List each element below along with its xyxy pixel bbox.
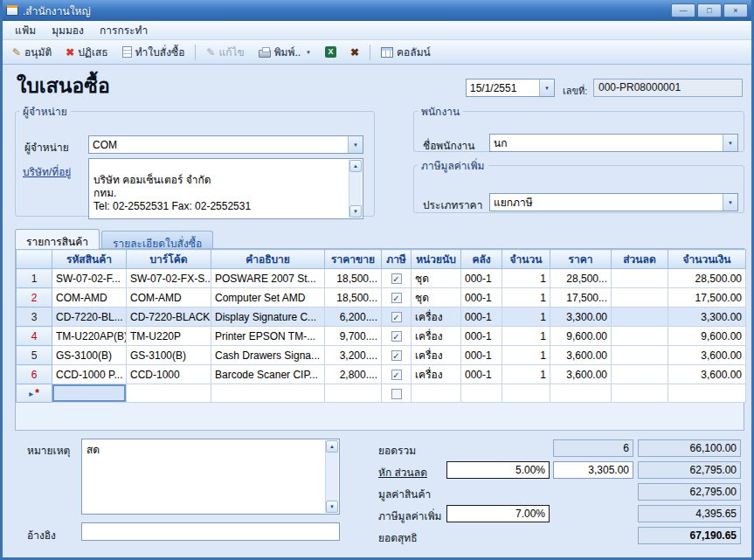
grid-cell[interactable] [412, 384, 461, 403]
table-row[interactable]: 2COM-AMDCOM-AMDComputer Set AMD18,500...… [17, 288, 746, 308]
table-row[interactable]: 5GS-3100(B)GS-3100(B)Cash Drawers Signa.… [17, 346, 746, 365]
grid-cell[interactable]: CCD-1000 [127, 365, 211, 384]
grid-cell[interactable]: ชุด [412, 269, 461, 288]
grid-cell[interactable]: GS-3100(B) [127, 346, 211, 365]
grid-cell[interactable] [612, 365, 668, 384]
grid-cell[interactable]: COM-AMD [52, 288, 127, 308]
table-row[interactable]: 6CCD-1000 P...CCD-1000Barcode Scaner CIP… [17, 365, 746, 384]
column-header[interactable]: ภาษี [382, 250, 412, 269]
grid-cell[interactable] [211, 384, 325, 403]
row-number[interactable]: 5 [17, 346, 52, 365]
grid-cell[interactable] [325, 384, 382, 403]
row-number[interactable]: 3 [17, 308, 52, 327]
grid-cell[interactable]: Display Signature C... [211, 308, 325, 327]
menu-file[interactable]: แฟ้ม [8, 20, 43, 40]
discount-link[interactable]: หัก ส่วนลด [378, 464, 427, 480]
new-row[interactable]: ▸* [17, 384, 746, 403]
columns-button[interactable]: คอลัมน์ [375, 40, 437, 64]
grid-cell[interactable] [612, 346, 668, 365]
grid-cell[interactable]: 18,500... [325, 288, 382, 308]
grid-cell[interactable] [612, 269, 668, 288]
grid-cell[interactable]: 3,600.00 [550, 346, 612, 365]
grid-cell[interactable]: 3,300.00 [550, 308, 612, 327]
grid-cell[interactable]: 3,600.00 [668, 346, 746, 365]
grid-cell[interactable]: ✓ [382, 365, 412, 384]
grid-cell[interactable]: GS-3100(B) [52, 346, 127, 365]
grid-cell[interactable]: CD-7220-BLACK [127, 308, 211, 327]
grid-cell[interactable]: เครื่อง [412, 327, 461, 346]
date-picker[interactable]: 15/1/2551 ▼ [466, 79, 555, 97]
grid-cell[interactable]: 9,600.00 [550, 327, 612, 346]
make-po-button[interactable]: ทำใบสั่งซื้อ [116, 40, 191, 64]
grid-cell[interactable] [612, 384, 668, 403]
company-address-link[interactable]: บริษัท/ที่อยู่ [23, 163, 71, 180]
export-excel-button[interactable]: X [319, 43, 342, 61]
remark-box[interactable]: สด ▲ ▼ [81, 439, 340, 515]
row-number[interactable]: 1 [17, 269, 52, 288]
grid-cell[interactable]: 28,500... [550, 269, 612, 288]
print-dropdown-arrow-icon[interactable]: ▼ [306, 50, 311, 55]
grid-cell[interactable] [550, 384, 612, 403]
menu-action[interactable]: การกระทำ [93, 20, 155, 40]
grid-cell[interactable]: ✓ [382, 308, 412, 327]
grid-cell[interactable]: เครื่อง [412, 308, 461, 327]
grid-cell[interactable]: 000-1 [461, 327, 502, 346]
remark-scrollbar[interactable]: ▲ ▼ [325, 440, 338, 513]
grid-cell[interactable]: Cash Drawers Signa... [211, 346, 325, 365]
grid-cell[interactable]: ✓ [382, 346, 412, 365]
reject-button[interactable]: ✖ ปฏิเสธ [59, 40, 114, 64]
grid-cell[interactable]: ชุด [412, 288, 461, 308]
address-scrollbar[interactable]: ▲ ▼ [349, 160, 362, 218]
table-row[interactable]: 4TM-U220AP(B)TM-U220PPrinter EPSON TM-..… [17, 327, 746, 346]
grid-cell[interactable]: CD-7220-BL... [52, 308, 127, 327]
grid-cell[interactable]: TM-U220AP(B) [52, 327, 127, 346]
grid-cell[interactable]: POSWARE 2007 St... [211, 269, 325, 288]
grid-cell[interactable]: Printer EPSON TM-... [211, 327, 325, 346]
grid-cell[interactable]: COM-AMD [127, 288, 211, 308]
discount-pct-input[interactable]: 5.00% [446, 461, 550, 479]
grid-cell[interactable]: 3,600.00 [550, 365, 612, 384]
table-row[interactable]: 3CD-7220-BL...CD-7220-BLACKDisplay Signa… [17, 308, 746, 327]
table-row[interactable]: 1SW-07-02-F...SW-07-02-FX-S...POSWARE 20… [17, 269, 746, 288]
grid-cell[interactable]: 1 [502, 308, 550, 327]
tax-checkbox[interactable]: ✓ [391, 312, 402, 322]
grid-cell[interactable] [502, 384, 550, 403]
grid-cell[interactable]: 9,700.... [325, 327, 382, 346]
grid-cell[interactable]: TM-U220P [127, 327, 211, 346]
grid-cell[interactable]: เครื่อง [412, 365, 461, 384]
grid-cell[interactable]: 3,600.00 [668, 365, 746, 384]
column-header[interactable]: จำนวนเงิน [668, 250, 746, 269]
grid-cell[interactable]: 1 [502, 365, 550, 384]
column-header[interactable]: คลัง [461, 250, 502, 269]
grid-cell[interactable]: 28,500.00 [668, 269, 746, 288]
column-header[interactable]: จำนวน [502, 250, 550, 269]
grid-cell[interactable]: ✓ [382, 288, 412, 308]
edit-button[interactable]: ✎ แก้ไข [200, 40, 250, 64]
price-type-combo[interactable]: แยกภาษี ▼ [489, 193, 738, 211]
grid-cell[interactable]: 18,500... [325, 269, 382, 288]
grid-cell[interactable]: 1 [502, 288, 550, 308]
delete-button[interactable]: ✖ [344, 44, 365, 61]
grid-cell[interactable]: Computer Set AMD [211, 288, 325, 308]
tax-checkbox[interactable]: ✓ [391, 273, 402, 284]
grid-cell[interactable]: 17,500.00 [668, 288, 746, 308]
row-number[interactable]: 4 [17, 327, 52, 346]
grid-cell[interactable]: Barcode Scaner CIP... [211, 365, 325, 384]
column-header[interactable]: บาร์โค้ด [127, 250, 211, 269]
grid-cell[interactable]: 000-1 [461, 308, 502, 327]
grid-cell[interactable] [612, 327, 668, 346]
grid-cell[interactable] [461, 384, 502, 403]
minimize-button[interactable]: — [671, 3, 695, 17]
column-header[interactable]: หน่วยนับ [412, 250, 461, 269]
tab-po-details[interactable]: รายละเอียดใบสั่งซื้อ [101, 231, 213, 249]
reference-input[interactable] [81, 522, 340, 541]
scroll-up-icon[interactable]: ▲ [326, 440, 338, 453]
supplier-combo[interactable]: COM ▼ [88, 135, 363, 154]
menu-view[interactable]: มุมมอง [45, 20, 91, 40]
print-button[interactable]: พิมพ์.. ▼ [252, 40, 317, 64]
grid-cell[interactable]: 9,600.00 [668, 327, 746, 346]
column-header[interactable]: ราคาขาย [325, 250, 382, 269]
approve-button[interactable]: ✎ อนุมัติ [6, 40, 58, 64]
grid-cell[interactable]: CCD-1000 P... [52, 365, 127, 384]
scroll-down-icon[interactable]: ▼ [349, 205, 362, 218]
